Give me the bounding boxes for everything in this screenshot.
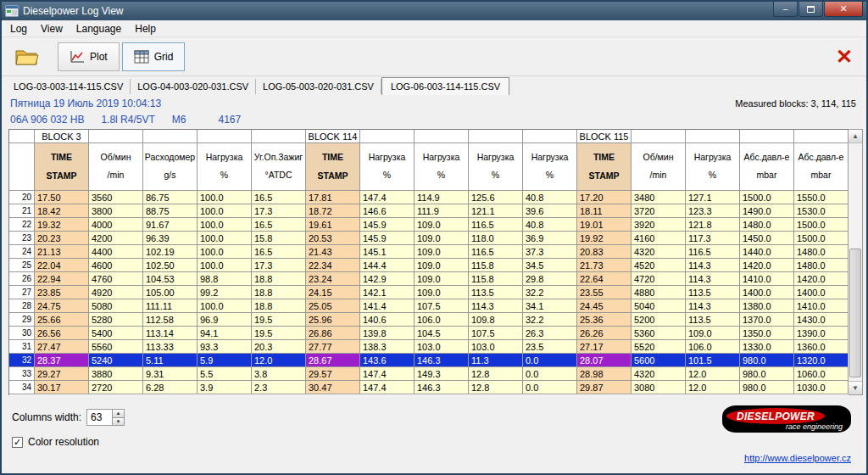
grid-cell[interactable]: 100.0 [198, 218, 252, 232]
grid-cell[interactable]: 145.9 [360, 232, 415, 245]
grid-cell[interactable]: 1410.0 [740, 272, 794, 286]
grid-cell[interactable]: 0.0 [523, 354, 577, 367]
grid-cell[interactable]: 1500.0 [794, 218, 849, 232]
grid-cell[interactable]: 1360.0 [794, 340, 849, 354]
grid-cell[interactable]: 106.0 [686, 340, 740, 354]
grid-cell[interactable]: 109.0 [415, 272, 469, 286]
column-header-cell[interactable]: Абс.давл-еmbar [794, 143, 849, 191]
column-header-cell[interactable]: Нагрузка% [415, 143, 469, 191]
table-row[interactable]: 2723.854920105.0099.218.824.15142.1109.0… [9, 286, 849, 299]
grid-cell[interactable]: 40.8 [523, 191, 577, 204]
grid-cell[interactable]: 1410.0 [794, 299, 849, 313]
grid-cell[interactable]: 18.8 [252, 299, 306, 313]
grid-cell[interactable]: 4400 [89, 245, 143, 259]
grid-cell[interactable]: 22.64 [577, 272, 632, 286]
grid-cell[interactable]: 19.32 [35, 218, 89, 232]
grid-cell[interactable]: 30.17 [35, 381, 89, 394]
grid-cell[interactable]: 1550.0 [794, 191, 849, 204]
grid-cell[interactable]: 3720 [632, 204, 686, 218]
column-header-cell[interactable]: Об/мин/min [632, 143, 686, 191]
grid-cell[interactable]: 145.9 [360, 218, 415, 232]
grid-cell[interactable]: 39.6 [523, 204, 577, 218]
grid-cell[interactable]: 105.00 [143, 286, 198, 299]
grid-cell[interactable]: 4000 [89, 218, 143, 232]
grid-cell[interactable]: 1480.0 [740, 218, 794, 232]
column-header-cell[interactable]: TIMESTAMP [35, 143, 89, 191]
grid-cell[interactable]: 15.8 [252, 232, 306, 245]
grid-cell[interactable]: 4880 [632, 286, 686, 299]
grid-cell[interactable]: 5200 [632, 313, 686, 327]
grid-cell[interactable]: 18.72 [306, 204, 360, 218]
grid-cell[interactable]: 34.1 [523, 299, 577, 313]
grid-cell[interactable]: 111.9 [415, 204, 469, 218]
grid-cell[interactable]: 91.67 [143, 218, 198, 232]
grid-cell[interactable]: 17.3 [252, 204, 306, 218]
grid-cell[interactable]: 29.8 [523, 272, 577, 286]
grid-cell[interactable]: 1390.0 [794, 327, 849, 340]
grid-cell[interactable]: 113.5 [686, 313, 740, 327]
tab-2[interactable]: LOG-04-003-020-031.CSV [131, 79, 256, 94]
grid-cell[interactable]: 5.9 [198, 354, 252, 367]
table-row[interactable]: 2925.665280112.5896.919.525.96140.6106.0… [9, 313, 849, 327]
scroll-down-button[interactable]: ▼ [849, 381, 862, 394]
grid-cell[interactable]: 1500.0 [740, 191, 794, 204]
grid-cell[interactable]: 116.5 [686, 245, 740, 259]
table-row[interactable]: 2320.23420096.39100.015.820.53145.9109.0… [9, 232, 849, 245]
title-bar[interactable]: Dieselpower Log View – ✕ [2, 2, 866, 20]
grid-cell[interactable]: 25.36 [577, 313, 632, 327]
grid-cell[interactable]: 109.0 [415, 259, 469, 272]
column-header-cell[interactable]: TIMESTAMP [577, 143, 632, 191]
grid-cell[interactable]: 29.57 [306, 367, 360, 381]
grid-cell[interactable]: 2.3 [252, 381, 306, 394]
grid-cell[interactable]: 100.0 [198, 204, 252, 218]
column-header-cell[interactable]: Нагрузка% [198, 143, 252, 191]
grid-cell[interactable]: 3480 [632, 191, 686, 204]
tab-3[interactable]: LOG-05-003-020-031.CSV [256, 79, 381, 94]
grid-cell[interactable]: 139.8 [360, 327, 415, 340]
grid-cell[interactable]: 20.3 [252, 340, 306, 354]
table-row[interactable]: 2622.944760104.5398.818.823.24142.9109.0… [9, 272, 849, 286]
column-header-cell[interactable]: Нагрузка% [686, 143, 740, 191]
column-header-cell[interactable]: Нагрузка% [360, 143, 415, 191]
grid-cell[interactable]: 30.47 [306, 381, 360, 394]
grid-cell[interactable]: 100.0 [198, 299, 252, 313]
grid-cell[interactable]: 29.87 [577, 381, 632, 394]
grid-cell[interactable]: 20.23 [35, 232, 89, 245]
grid-cell[interactable]: 27.77 [306, 340, 360, 354]
grid-cell[interactable]: 24.45 [577, 299, 632, 313]
grid-cell[interactable]: 23.55 [577, 286, 632, 299]
grid-cell[interactable]: 109.0 [415, 245, 469, 259]
grid-cell[interactable]: 26.26 [577, 327, 632, 340]
grid-cell[interactable]: 109.0 [415, 218, 469, 232]
grid-cell[interactable]: 1440.0 [740, 245, 794, 259]
grid-cell[interactable]: 22.34 [306, 259, 360, 272]
grid-cell[interactable]: 86.75 [143, 191, 198, 204]
grid-cell[interactable]: 12.0 [686, 367, 740, 381]
close-button[interactable]: ✕ [824, 2, 863, 17]
grid-cell[interactable]: 22.94 [35, 272, 89, 286]
grid-button[interactable]: Grid [122, 42, 186, 71]
grid-cell[interactable]: 1420.0 [740, 259, 794, 272]
grid-cell[interactable]: 142.9 [360, 272, 415, 286]
grid-cell[interactable]: 25.05 [306, 299, 360, 313]
grid-cell[interactable]: 146.3 [415, 381, 469, 394]
grid-cell[interactable]: 99.2 [198, 286, 252, 299]
grid-cell[interactable]: 2720 [89, 381, 143, 394]
grid-cell[interactable]: 113.5 [686, 286, 740, 299]
scrollbar-thumb[interactable] [849, 249, 861, 377]
grid-cell[interactable]: 88.75 [143, 204, 198, 218]
grid-cell[interactable]: 18.8 [252, 272, 306, 286]
table-row[interactable]: 2118.42380088.75100.017.318.72146.6111.9… [9, 204, 849, 218]
grid-cell[interactable]: 17.81 [306, 191, 360, 204]
grid-cell[interactable]: 23.85 [35, 286, 89, 299]
grid-cell[interactable]: 1320.0 [794, 354, 849, 367]
grid-cell[interactable]: 113.5 [469, 286, 523, 299]
grid-cell[interactable]: 1370.0 [740, 313, 794, 327]
table-row[interactable]: 3430.1727206.283.92.330.47147.4146.312.8… [9, 381, 849, 394]
grid-cell[interactable]: 140.6 [360, 313, 415, 327]
grid-cell[interactable]: 103.0 [415, 340, 469, 354]
grid-cell[interactable]: 28.98 [577, 367, 632, 381]
grid-cell[interactable]: 147.4 [360, 191, 415, 204]
grid-cell[interactable]: 141.4 [360, 299, 415, 313]
grid-cell[interactable]: 3.8 [252, 367, 306, 381]
